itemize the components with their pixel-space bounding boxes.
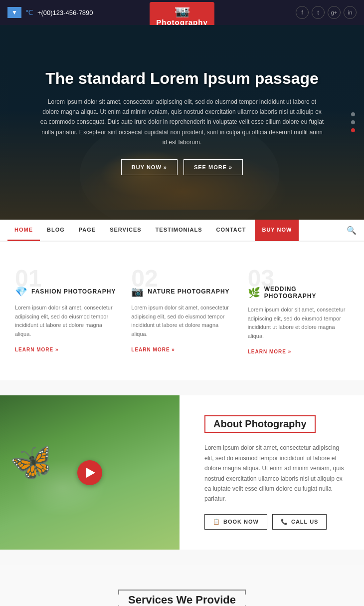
provide-title-inner: Services We Provide: [118, 590, 246, 606]
service-card-wedding: 03 🌿 WEDDING PHOTOGRAPHY Lorem ipsum dol…: [248, 262, 349, 360]
about-buttons: 📋 BOOK NOW 📞 CALL US: [204, 514, 344, 530]
book-icon: 📋: [213, 519, 220, 525]
about-title-wrap: About Photography: [204, 415, 344, 433]
play-button[interactable]: [77, 460, 102, 485]
call-icon: 📞: [281, 519, 288, 525]
play-triangle-icon: [86, 468, 95, 478]
about-image: 🦋: [0, 395, 180, 549]
social-icons: f t g+ in: [296, 6, 357, 19]
nav-buy-now[interactable]: BUY NOW: [255, 219, 299, 241]
provide-section: Services We Provide 🧒 Nature Photo 🌲 Stu…: [0, 565, 364, 606]
nav-items: HOME BLOG PAGE SERVICES TESTIMONIALS CON…: [7, 219, 347, 241]
services-section: 01 💎 FASHION PHOTOGRAPHY Lorem ipsum dol…: [0, 242, 364, 380]
hero-title: The standard Lorem Ipsum passage: [40, 69, 324, 88]
diamond-icon: 💎: [15, 286, 27, 298]
service-desc-3: Lorem ipsum dolor sit amet, consectetur …: [248, 305, 349, 340]
social-googleplus[interactable]: g+: [328, 6, 341, 19]
learn-more-1[interactable]: LEARN MORE »: [15, 347, 59, 352]
service-card-nature: 02 📷 NATURE PHOTOGRAPHY Lorem ipsum dolo…: [131, 262, 232, 360]
navigation: HOME BLOG PAGE SERVICES TESTIMONIALS CON…: [0, 220, 364, 242]
nav-home[interactable]: HOME: [7, 219, 40, 241]
social-linkedin[interactable]: in: [344, 6, 357, 19]
provide-title-wrap: Services We Provide: [15, 590, 349, 606]
social-twitter[interactable]: t: [312, 6, 325, 19]
about-title: About Photography: [204, 415, 316, 433]
nav-page[interactable]: PAGE: [72, 219, 103, 241]
nav-services[interactable]: SERVICES: [103, 219, 148, 241]
hero-description: Lorem ipsum dolor sit amet, consectetur …: [40, 97, 324, 148]
phone-number: +(00)123-456-7890: [37, 9, 93, 16]
top-bar-left: ▼ ℃ +(00)123-456-7890: [7, 7, 93, 18]
nav-blog[interactable]: BLOG: [40, 219, 72, 241]
call-us-button[interactable]: 📞 CALL US: [272, 514, 327, 530]
section-divider-1: [0, 380, 364, 395]
phone-icon: ℃: [25, 8, 33, 16]
corner-tr: [239, 590, 246, 595]
top-bar: ▼ ℃ +(00)123-456-7890 📷 Photography f t …: [0, 0, 364, 25]
about-section: 🦋 About Photography Lorem ipsum dolor si…: [0, 395, 364, 549]
buy-now-button[interactable]: BUY NOW »: [121, 159, 178, 175]
hero-content: The standard Lorem Ipsum passage Lorem i…: [0, 69, 364, 176]
logo-bracket-right: [175, 7, 185, 12]
corner-tl: [118, 590, 125, 595]
book-now-button[interactable]: 📋 BOOK NOW: [204, 514, 267, 530]
nav-contact[interactable]: CONTACT: [209, 219, 253, 241]
hero-section: The standard Lorem Ipsum passage Lorem i…: [0, 25, 364, 220]
service-card-fashion: 01 💎 FASHION PHOTOGRAPHY Lorem ipsum dol…: [15, 262, 116, 360]
about-description: Lorem ipsum dolor sit amet, consectetur …: [204, 443, 344, 504]
social-facebook[interactable]: f: [296, 6, 309, 19]
butterfly-icon: 🦋: [7, 438, 57, 486]
section-divider-2: [0, 550, 364, 565]
service-title-1: FASHION PHOTOGRAPHY: [31, 288, 116, 295]
service-desc-2: Lorem ipsum dolor sit amet, consectetur …: [131, 303, 232, 338]
camera-red-icon: 📷: [131, 286, 144, 298]
learn-more-3[interactable]: LEARN MORE »: [248, 349, 292, 354]
learn-more-2[interactable]: LEARN MORE »: [131, 347, 175, 352]
provide-title-text: Services We Provide: [118, 590, 246, 606]
nav-testimonials[interactable]: TESTIMONIALS: [149, 219, 209, 241]
search-icon[interactable]: 🔍: [347, 226, 357, 235]
services-grid: 01 💎 FASHION PHOTOGRAPHY Lorem ipsum dol…: [15, 262, 349, 360]
see-more-button[interactable]: SEE MORE »: [183, 159, 243, 175]
leaf-icon: 🌿: [248, 287, 260, 299]
language-selector[interactable]: ▼: [7, 7, 21, 18]
service-title-3: WEDDING PHOTOGRAPHY: [264, 286, 349, 300]
about-content: About Photography Lorem ipsum dolor sit …: [180, 395, 364, 549]
about-image-inner: 🦋: [0, 395, 180, 549]
service-desc-1: Lorem ipsum dolor sit amet, consectetur …: [15, 303, 116, 338]
service-title-2: NATURE PHOTOGRAPHY: [148, 288, 229, 295]
hero-buttons: BUY NOW » SEE MORE »: [40, 159, 324, 175]
